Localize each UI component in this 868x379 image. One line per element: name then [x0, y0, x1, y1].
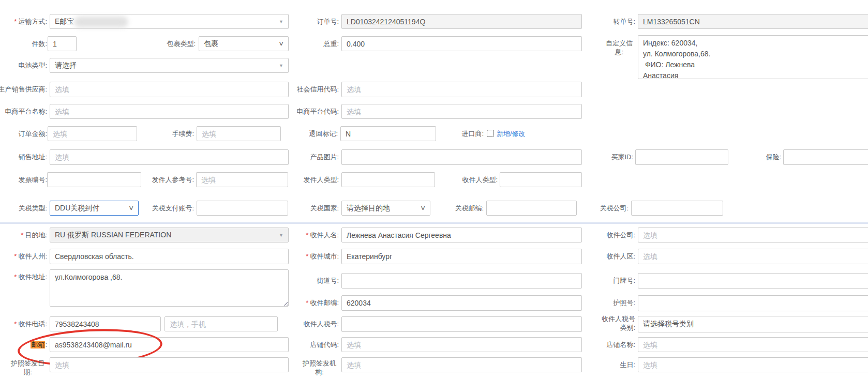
duty-country-label: 关税国家:	[310, 201, 339, 216]
total-weight-input[interactable]	[341, 36, 582, 51]
recipient-type-input[interactable]	[500, 172, 582, 187]
package-type-select[interactable]: 包裹 ˅	[199, 36, 289, 51]
platform-code-label: 电商平台代码:	[296, 104, 339, 119]
street-no-input[interactable]	[341, 273, 582, 289]
order-amount-input[interactable]	[48, 126, 137, 141]
passport-issue-org-input[interactable]	[341, 357, 582, 372]
birthday-input[interactable]	[638, 357, 868, 372]
product-image-input[interactable]	[341, 149, 582, 165]
recipient-name-input[interactable]	[341, 228, 582, 242]
shipping-method-label: *运输方式:	[14, 14, 47, 29]
return-flag-input[interactable]	[340, 126, 436, 141]
duty-company-input[interactable]	[631, 201, 723, 216]
email-input[interactable]	[50, 337, 289, 352]
buyer-id-label: 买家ID:	[611, 149, 633, 164]
credit-code-input[interactable]	[341, 82, 582, 97]
store-code-input[interactable]	[341, 337, 582, 352]
shipping-order-form: *运输方式: E邮宝 ▼ 订单号: 转单号: 件数: 包裹类型: 包裹 ˅ 总重…	[0, 0, 868, 379]
credit-code-label: 社会信用代码:	[296, 82, 339, 97]
custom-info-label: 自定义信息:	[603, 39, 635, 56]
custom-info-textarea[interactable]: Индекс: 620034, ул. Колмогорова,68. ФИО:…	[638, 35, 868, 79]
destination-select[interactable]: RU 俄罗斯 RUSSIAN FEDERATION ▼	[50, 228, 289, 242]
sender-ref-input[interactable]	[196, 172, 288, 187]
recipient-company-label: 收件公司:	[606, 228, 635, 242]
order-no-input[interactable]	[341, 14, 582, 29]
recipient-address-label: *收件地址:	[14, 269, 47, 284]
duty-country-select[interactable]: 请选择目的地 ˅	[341, 201, 430, 216]
chevron-down-icon: ˅	[279, 39, 283, 48]
recipient-company-input[interactable]	[638, 228, 868, 242]
battery-type-select[interactable]: 请选择 ▼	[50, 58, 289, 73]
recipient-city-label: *收件城市:	[306, 249, 339, 264]
pieces-input[interactable]	[48, 36, 77, 51]
passport-no-label: 护照号:	[613, 295, 635, 310]
recipient-district-input[interactable]	[638, 249, 868, 264]
house-no-label: 门牌号:	[613, 273, 635, 288]
recipient-tax-no-input[interactable]	[341, 316, 582, 332]
duty-type-select[interactable]: DDU关税到付 ˅	[50, 201, 139, 216]
buyer-id-input[interactable]	[635, 149, 728, 165]
caret-down-icon: ▼	[279, 19, 283, 24]
insurance-input[interactable]	[783, 149, 868, 165]
sender-ref-label: 发件人参考号:	[152, 172, 194, 187]
importer-add-edit-link[interactable]: 新增/修改	[497, 126, 526, 141]
caret-down-icon: ▼	[279, 63, 283, 68]
recipient-mobile-input[interactable]	[164, 316, 278, 331]
duty-company-label: 关税公司:	[600, 201, 628, 216]
supplier-input[interactable]	[50, 82, 289, 97]
passport-issue-date-label: 护照签发日期:	[8, 359, 47, 376]
recipient-state-label: *收件人州:	[14, 249, 47, 264]
shipping-method-value: E邮宝	[55, 17, 74, 26]
search-highlight: 邮箱	[31, 341, 45, 348]
total-weight-label: 总重:	[323, 36, 339, 51]
supplier-label: 生产销售供应商:	[0, 82, 47, 97]
tax-type-select[interactable]: 请选择税号类别	[638, 316, 868, 332]
pieces-label: 件数:	[32, 36, 47, 51]
sales-address-label: 销售地址:	[18, 149, 47, 164]
recipient-district-label: 收件人区:	[606, 249, 635, 264]
insurance-label: 保险:	[766, 149, 781, 164]
recipient-zip-input[interactable]	[341, 295, 582, 311]
order-amount-label: 订单金额:	[18, 126, 47, 141]
sender-type-input[interactable]	[341, 172, 435, 187]
platform-code-input[interactable]	[341, 104, 582, 119]
recipient-type-label: 收件人类型:	[462, 172, 498, 187]
chevron-down-icon: ˅	[421, 204, 425, 213]
section-divider	[0, 222, 868, 224]
order-no-label: 订单号:	[317, 14, 339, 29]
house-no-input[interactable]	[638, 273, 868, 289]
handling-fee-input[interactable]	[197, 126, 281, 141]
handling-fee-label: 手续费:	[172, 126, 194, 141]
store-code-label: 店铺代码:	[310, 337, 339, 352]
invoice-no-input[interactable]	[47, 172, 141, 187]
chevron-down-icon: ˅	[129, 204, 133, 213]
importer-checkbox[interactable]	[487, 130, 494, 137]
recipient-state-input[interactable]	[50, 249, 289, 264]
recipient-phone-input[interactable]	[50, 316, 161, 331]
passport-issue-date-input[interactable]	[50, 357, 289, 372]
invoice-no-label: 发票编号:	[18, 172, 47, 187]
store-name-input[interactable]	[638, 337, 868, 352]
street-no-label: 街道号:	[317, 273, 339, 288]
transfer-no-label: 转单号:	[613, 14, 635, 29]
platform-name-label: 电商平台名称:	[5, 104, 47, 119]
recipient-city-input[interactable]	[341, 249, 582, 264]
transfer-no-input[interactable]	[638, 14, 868, 29]
duty-account-label: 关税支付账号:	[152, 201, 194, 216]
duty-zip-input[interactable]	[486, 201, 577, 216]
passport-no-input[interactable]	[638, 295, 868, 311]
battery-type-label: 电池类型:	[18, 58, 47, 73]
censor-blur	[74, 17, 128, 27]
duty-zip-label: 关税邮编:	[455, 201, 484, 216]
caret-down-icon: ▼	[279, 233, 283, 238]
recipient-tax-no-label: 收件人税号:	[303, 316, 339, 331]
duty-account-input[interactable]	[197, 201, 288, 216]
package-type-label: 包裹类型:	[167, 36, 196, 51]
sales-address-input[interactable]	[50, 149, 289, 165]
sender-type-label: 发件人类型:	[303, 172, 339, 187]
platform-name-input[interactable]	[50, 104, 289, 119]
destination-label: *目的地:	[21, 228, 47, 242]
recipient-address-textarea[interactable]: ул.Колмогорова ,68.	[50, 269, 289, 307]
birthday-label: 生日:	[620, 357, 635, 372]
shipping-method-select[interactable]: E邮宝 ▼	[50, 14, 289, 29]
